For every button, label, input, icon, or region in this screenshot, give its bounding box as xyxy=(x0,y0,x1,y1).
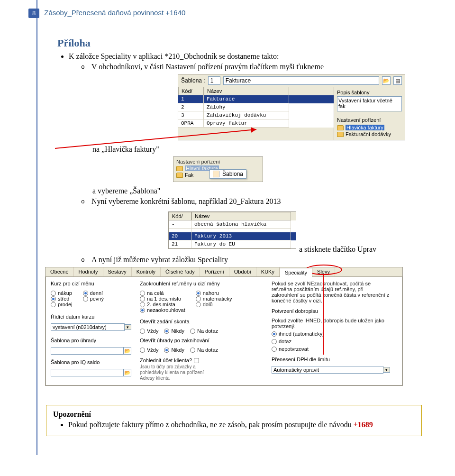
chevron-down-icon[interactable]: ▾ xyxy=(125,324,131,330)
tabs-row: Obecné Hodnoty Sestavy Kontroly Číselné … xyxy=(46,267,402,277)
radio-uhrady-nikdy[interactable]: Nikdy xyxy=(164,347,184,353)
table-row[interactable]: 20 Faktury 2013 xyxy=(169,232,296,240)
radio-uhrady-vzdy[interactable]: Vždy xyxy=(140,347,158,353)
notice-box: Upozornění Pokud pořizujete faktury přím… xyxy=(46,405,422,436)
open-icon[interactable]: 📂 xyxy=(124,369,131,376)
page-number-badge: 8 xyxy=(28,9,39,18)
table-row[interactable]: - obecná šablona hlavička xyxy=(169,220,296,229)
table-row[interactable]: 2 Zálohy xyxy=(178,103,334,111)
running-header: 8 Zásoby_Přenesená daňová povinnost +164… xyxy=(45,9,422,18)
radio-skonto-dotaz[interactable]: Na dotaz xyxy=(190,328,218,334)
sablona-uhrady-input[interactable] xyxy=(51,347,124,355)
tab-hodnoty[interactable]: Hodnoty xyxy=(74,267,103,276)
info-text: Pokud se zvolí NEzaokrouhlovat, počítá s… xyxy=(272,281,390,303)
radio-uhrady-dotaz[interactable]: Na dotaz xyxy=(190,347,218,353)
radio-2des[interactable]: 2. des.místa xyxy=(140,302,185,307)
folder-icon xyxy=(176,173,183,178)
notice-item: Pokud pořizujete faktury přímo z obchodn… xyxy=(68,421,415,429)
table-row-spacer xyxy=(169,229,296,232)
cell-name: Fakturace xyxy=(204,95,289,103)
group-heading: Šablona pro IQ saldo xyxy=(51,359,131,365)
label-zohlednit: Zohlednit účet klienta? xyxy=(140,357,192,363)
press-uprav-text: a stisknete tlačítko Uprav xyxy=(299,245,376,254)
menu-title: Nastavení pořízení xyxy=(176,159,260,165)
group-heading: Řídící datum kurzu xyxy=(51,314,131,320)
tree-item-label: Hlavička faktury xyxy=(346,125,384,130)
tab-obdobi[interactable]: Období xyxy=(229,267,256,276)
left-vertical-rule xyxy=(36,0,37,455)
radio-nakup[interactable]: nákup xyxy=(51,290,73,296)
table-row[interactable]: 21 Faktury do EU xyxy=(169,240,296,248)
template-icon xyxy=(213,171,219,177)
list-icon[interactable]: ▤ xyxy=(393,76,402,85)
radio-skonto-vzdy[interactable]: Vždy xyxy=(140,328,158,334)
tab-speciality[interactable]: Speciality xyxy=(280,268,312,277)
screenshot-speciality-panel: Obecné Hodnoty Sestavy Kontroly Číselné … xyxy=(45,267,403,386)
folder-icon xyxy=(176,166,183,171)
table-row[interactable]: 1 Fakturace xyxy=(178,95,334,103)
radio-nepotvrzovat[interactable]: nepotvrzovat xyxy=(272,346,390,352)
tab-porizeni[interactable]: Pořízení xyxy=(200,267,229,276)
open-icon[interactable]: 📂 xyxy=(124,347,131,355)
group-heading: Kurz pro cizí měnu xyxy=(51,281,131,286)
chevron-down-icon[interactable]: ▾ xyxy=(383,367,390,373)
info-text: Pokud zvolíte IHNED, dobropis bude ulože… xyxy=(272,318,390,329)
table-row[interactable]: OPRA Opravy faktur xyxy=(178,119,334,128)
tab-slevy[interactable]: Slevy xyxy=(312,267,335,276)
submenu-item-sablona[interactable]: Šablona xyxy=(222,171,243,177)
radio-skonto-nikdy[interactable]: Nikdy xyxy=(164,328,184,334)
table-row[interactable]: 3 Zahlavičkuj dodávku xyxy=(178,111,334,119)
radio-nahoru[interactable]: nahoru xyxy=(196,290,232,296)
radio-stred[interactable]: střed xyxy=(51,296,73,302)
tab-kuky[interactable]: KUKy xyxy=(256,267,280,276)
link-1689[interactable]: +1689 xyxy=(354,421,373,429)
tab-ciselne-rady[interactable]: Číselné řady xyxy=(161,267,200,276)
group-heading: Přenesení DPH dle limitu xyxy=(272,357,390,362)
tab-sestavy[interactable]: Sestavy xyxy=(103,267,132,276)
tree-item-dodavky[interactable]: Fakturační dodávky xyxy=(337,131,402,137)
bullet-text: K záložce Speciality v aplikaci *210_Obc… xyxy=(69,52,279,60)
radio-pevny[interactable]: pevný xyxy=(83,296,104,302)
text-fragment: na „Hlavička faktury" xyxy=(92,145,422,154)
right-title: Popis šablony xyxy=(337,90,402,95)
cell-code: 1 xyxy=(178,95,204,103)
tab-obecne[interactable]: Obecné xyxy=(46,267,74,276)
column-header: Kód/ xyxy=(169,212,191,220)
column-header: Název xyxy=(191,212,291,220)
sablona-name-input[interactable] xyxy=(223,76,379,85)
radio-na-cela[interactable]: na celá xyxy=(140,290,185,296)
screenshot-template-list: Kód/ Název - obecná šablona hlavička 20 … xyxy=(168,211,296,249)
help-note: Jsou to účty pro závazky a pohledávky kl… xyxy=(140,364,211,381)
group-heading: Otevřít zadání skonta xyxy=(140,319,263,324)
sablona-code-input[interactable] xyxy=(208,76,220,85)
checkbox-zohlednit[interactable] xyxy=(194,358,199,363)
sablona-iq-input[interactable] xyxy=(51,369,124,376)
notice-title: Upozornění xyxy=(53,410,415,419)
group-heading: Otevřít úhrady po zaknihování xyxy=(140,338,263,343)
ridici-datum-input[interactable] xyxy=(51,323,125,331)
radio-dotaz[interactable]: dotaz xyxy=(272,339,390,344)
column-header: Název xyxy=(204,87,289,95)
radio-1des[interactable]: na 1 des.místo xyxy=(140,296,185,302)
list-item: V obchodníkovi, v části Nastavení poříze… xyxy=(81,63,422,71)
bullet-text: Nyní vybereme konkrétní šablonu, napříkl… xyxy=(91,197,281,205)
list-item: A nyní již můžeme vybrat záložku Special… xyxy=(81,256,422,264)
group-heading: Zaokrouhlení ref.měny u cizí měny xyxy=(140,281,263,286)
open-icon[interactable]: 📂 xyxy=(382,76,391,85)
radio-matematicky[interactable]: matematicky xyxy=(196,296,232,302)
radio-ihned[interactable]: ihned (automaticky) xyxy=(272,331,390,337)
radio-prodej[interactable]: prodej xyxy=(51,302,73,307)
radio-nezaokrouhlovat[interactable]: nezaokrouhlovat xyxy=(140,307,185,313)
bullet-text: A nyní již můžeme vybrat záložku Special… xyxy=(91,256,228,264)
screenshot-sablona-list: Šablona : 📂 ▤ Kód/ Název 1 Fakturace 2 xyxy=(178,74,405,140)
group-label: Nastavení pořízení xyxy=(337,117,402,123)
radio-dolu[interactable]: dolů xyxy=(196,302,232,307)
screenshot-context-menu: Nastavení pořízení Hlavní faktura Fak Ša… xyxy=(173,156,263,182)
tree-item-label: Fakturační dodávky xyxy=(346,131,391,137)
list-item: K záložce Speciality v aplikaci *210_Obc… xyxy=(69,52,422,71)
tab-kontroly[interactable]: Kontroly xyxy=(132,267,161,276)
tree-item-hlavicka[interactable]: Hlavička faktury xyxy=(337,125,402,130)
radio-denni[interactable]: denní xyxy=(83,290,104,296)
main-list: K záložce Speciality v aplikaci *210_Obc… xyxy=(69,52,422,71)
preneseni-dph-input[interactable] xyxy=(272,366,383,374)
